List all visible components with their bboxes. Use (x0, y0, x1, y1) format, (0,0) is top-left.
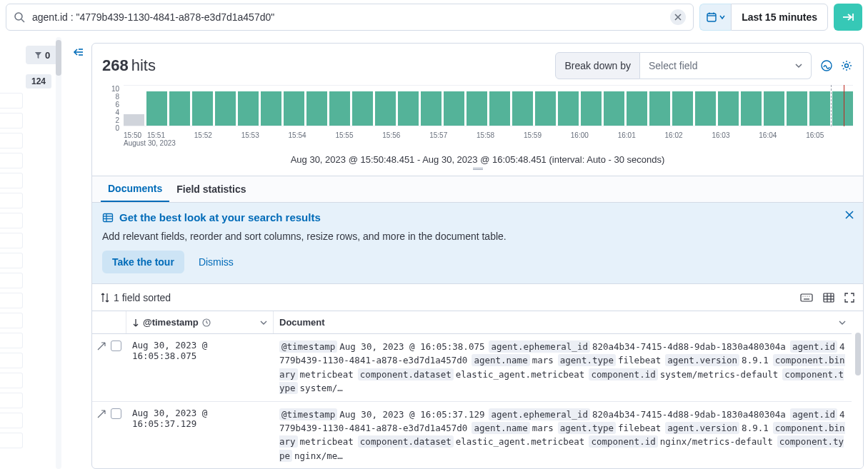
sort-icon[interactable] (101, 293, 109, 303)
field-item[interactable] (0, 133, 23, 148)
field-item[interactable] (0, 353, 23, 368)
field-item[interactable] (0, 273, 23, 288)
histogram-bar[interactable] (375, 91, 396, 126)
sidebar-scrollbar[interactable] (56, 37, 61, 469)
histogram-bar[interactable] (832, 91, 853, 126)
resize-handle[interactable] (473, 168, 483, 171)
density-icon[interactable] (823, 293, 834, 303)
field-item[interactable] (0, 413, 23, 428)
histogram-bar[interactable] (581, 91, 602, 126)
time-range-label[interactable]: Last 15 minutes (731, 4, 828, 31)
breakdown-select[interactable]: Select field (640, 52, 812, 79)
histogram-bar[interactable] (398, 91, 419, 126)
field-key[interactable]: agent.type (558, 422, 616, 434)
histogram-bar[interactable] (718, 91, 739, 126)
histogram-bar[interactable] (741, 91, 762, 126)
field-item[interactable] (0, 333, 23, 348)
sorted-label[interactable]: 1 field sorted (114, 292, 171, 303)
histogram-bar[interactable] (238, 91, 259, 126)
svg-point-24 (807, 296, 807, 296)
histogram-bar[interactable] (787, 91, 807, 126)
expand-row-button[interactable] (96, 341, 106, 351)
keyboard-icon[interactable] (800, 293, 813, 303)
field-key[interactable]: agent.name (472, 422, 529, 434)
histogram-bar[interactable] (444, 91, 464, 126)
field-key[interactable]: component.dataset (358, 368, 454, 380)
histogram-bar[interactable] (467, 91, 487, 126)
field-item[interactable] (0, 253, 23, 268)
take-tour-button[interactable]: Take the tour (102, 251, 184, 273)
date-picker-button[interactable] (699, 4, 731, 31)
column-menu-icon[interactable] (260, 319, 267, 326)
histogram-bar[interactable] (535, 91, 556, 126)
field-key[interactable]: agent.name (472, 354, 529, 366)
field-item[interactable] (0, 373, 23, 388)
field-key[interactable]: component.id (589, 435, 657, 448)
field-item[interactable] (0, 113, 23, 128)
field-key[interactable]: @timestamp (279, 408, 337, 420)
histogram-bar[interactable] (261, 91, 281, 126)
histogram-bar[interactable] (627, 91, 647, 126)
histogram-bar[interactable] (192, 91, 213, 126)
collapse-sidebar-button[interactable] (71, 47, 84, 57)
histogram-bar[interactable] (558, 91, 579, 126)
histogram-bar[interactable] (124, 114, 144, 126)
histogram-bar[interactable] (146, 91, 167, 126)
field-item[interactable] (0, 213, 23, 228)
row-checkbox[interactable] (111, 341, 121, 351)
histogram-bar[interactable] (421, 91, 442, 126)
column-timestamp[interactable]: @timestamp (126, 311, 274, 333)
field-item[interactable] (0, 153, 23, 168)
histogram-bar[interactable] (329, 91, 350, 126)
histogram-bar[interactable] (169, 91, 190, 126)
histogram-bar[interactable] (284, 91, 304, 126)
histogram-bar[interactable] (809, 91, 830, 126)
histogram-bar[interactable] (649, 91, 670, 126)
chart-options-button[interactable] (820, 59, 833, 72)
expand-row-button[interactable] (96, 409, 106, 419)
field-key[interactable]: agent.ephemeral_id (489, 408, 589, 420)
field-key[interactable]: agent.version (665, 422, 739, 434)
histogram-bar[interactable] (512, 91, 533, 126)
query-text[interactable]: agent.id : "4779b439-1130-4841-a878-e3d7… (32, 11, 663, 23)
histogram-bar[interactable] (604, 91, 624, 126)
histogram-bar[interactable] (489, 91, 510, 126)
histogram-bar[interactable] (352, 91, 373, 126)
clear-query-button[interactable] (670, 9, 686, 25)
histogram-bar[interactable] (764, 91, 784, 126)
histogram-bar[interactable] (306, 91, 327, 126)
field-item[interactable] (0, 313, 23, 328)
close-callout-button[interactable] (844, 210, 854, 220)
dismiss-link[interactable]: Dismiss (199, 256, 234, 268)
field-key[interactable]: component.id (589, 368, 657, 380)
field-item[interactable] (0, 233, 23, 248)
histogram-chart[interactable]: 1086420 15:5015:5115:5215:5315:5415:5515… (102, 85, 853, 138)
refresh-button[interactable] (834, 4, 862, 31)
field-item[interactable] (0, 173, 23, 188)
field-key[interactable]: component.dataset (358, 435, 454, 448)
column-document[interactable]: Document (274, 311, 852, 333)
fullscreen-icon[interactable] (844, 293, 854, 303)
field-item[interactable] (0, 93, 23, 109)
settings-button[interactable] (840, 59, 853, 72)
field-key[interactable]: agent.version (665, 354, 739, 366)
histogram-bar[interactable] (215, 91, 236, 126)
histogram-bar[interactable] (695, 91, 716, 126)
field-item[interactable] (0, 393, 23, 408)
table-scrollbar[interactable] (853, 311, 863, 468)
histogram-bar[interactable] (672, 91, 693, 126)
field-key[interactable]: agent.id (790, 341, 837, 353)
field-item[interactable] (0, 433, 23, 448)
tab-documents[interactable]: Documents (101, 176, 169, 202)
field-item[interactable] (0, 293, 23, 308)
field-key[interactable]: agent.id (790, 408, 837, 420)
filter-chip[interactable]: 0 (26, 46, 59, 64)
tab-field-statistics[interactable]: Field statistics (169, 176, 253, 202)
field-key[interactable]: agent.ephemeral_id (489, 341, 589, 353)
row-checkbox[interactable] (111, 408, 121, 419)
field-key[interactable]: @timestamp (279, 341, 337, 353)
column-menu-icon[interactable] (839, 319, 846, 326)
query-input-container[interactable]: agent.id : "4779b439-1130-4841-a878-e3d7… (6, 4, 694, 31)
field-item[interactable] (0, 193, 23, 208)
field-key[interactable]: agent.type (558, 354, 616, 366)
